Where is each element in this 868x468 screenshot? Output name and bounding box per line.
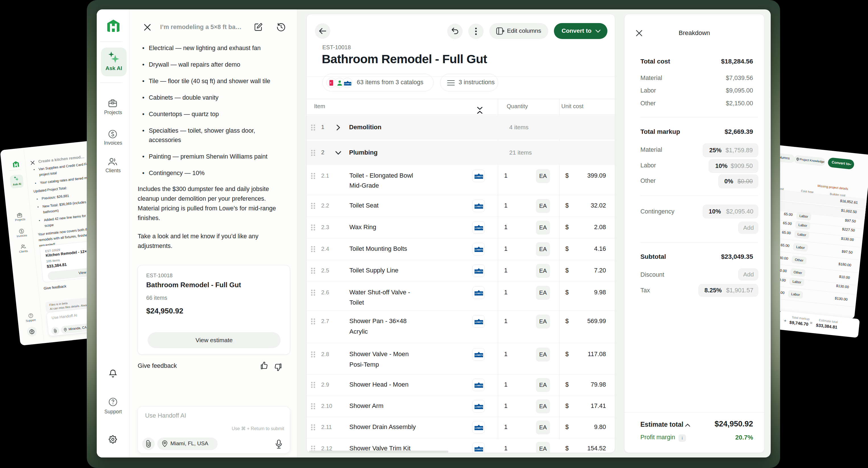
svg-text:LOWE'S: LOWE'S — [475, 427, 483, 429]
svg-text:LOWE'S: LOWE'S — [475, 176, 483, 178]
svg-text:LOWE'S: LOWE'S — [475, 406, 483, 408]
svg-text:LOWE'S: LOWE'S — [475, 227, 483, 229]
svg-text:LOWE'S: LOWE'S — [475, 354, 483, 356]
svg-text:LOWE'S: LOWE'S — [475, 249, 483, 251]
svg-text:LOWE'S: LOWE'S — [475, 321, 483, 323]
svg-text:LOWE'S: LOWE'S — [475, 448, 483, 450]
svg-text:LOWE'S: LOWE'S — [475, 385, 483, 387]
svg-text:LOWE'S: LOWE'S — [475, 270, 483, 272]
svg-text:LOWE'S: LOWE'S — [475, 292, 483, 294]
svg-text:LOWE'S: LOWE'S — [344, 83, 351, 85]
svg-text:LOWE'S: LOWE'S — [475, 206, 483, 207]
